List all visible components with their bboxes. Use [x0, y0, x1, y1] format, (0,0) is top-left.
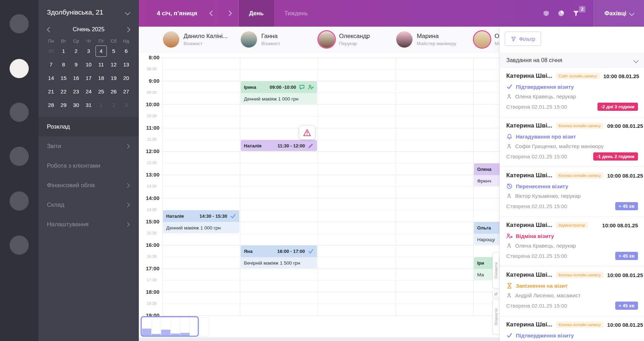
prev-day-button[interactable]	[205, 0, 219, 27]
staff-column-header[interactable]: Данило Каліні...Візажист	[163, 31, 228, 48]
location-selector[interactable]: Здолбунівська, 21	[38, 0, 139, 21]
sidebar-item-5[interactable]: Налаштування	[38, 215, 139, 234]
collapse-edge-tab[interactable]: Згорнути	[492, 299, 499, 335]
minimap-cell[interactable]	[200, 317, 209, 336]
calendar-day[interactable]: 3	[82, 45, 95, 57]
horizontal-scroll-track[interactable]	[139, 337, 500, 341]
rail-avatar[interactable]	[10, 236, 29, 255]
calendar-day[interactable]: 8	[57, 59, 70, 71]
calendar-day[interactable]: 3	[120, 99, 132, 111]
rail-avatar[interactable]	[10, 147, 29, 166]
calendar-month-label: Січень 2025	[73, 26, 105, 33]
calendar-day[interactable]: 14	[45, 72, 57, 84]
calendar-day[interactable]: 7	[45, 59, 57, 71]
appointment[interactable]: Наталія11:30 - 12:00	[241, 140, 317, 151]
minimap-cell[interactable]	[180, 317, 190, 336]
task-card[interactable]: Катерина Шві...Кнопка онлайн-запису10:00…	[500, 316, 644, 341]
minimap-cell[interactable]	[152, 317, 161, 336]
calendar-day[interactable]: 29	[57, 99, 70, 111]
calendar-day[interactable]: 30	[45, 45, 57, 57]
calendar-day[interactable]: 4	[95, 45, 107, 57]
task-card[interactable]: Катерина Шві...Сайт онлайн-запису10:00 0…	[500, 67, 644, 117]
calendar-day[interactable]: 17	[82, 72, 95, 84]
calendar-day[interactable]: 13	[120, 59, 132, 71]
appointment-client: Олена	[477, 167, 491, 172]
staff-column-header[interactable]: ОлМа	[474, 31, 500, 48]
calendar-day[interactable]: 23	[70, 86, 82, 98]
sidebar-item-label: Робота з клієнтами	[47, 162, 100, 169]
task-card[interactable]: Катерина Шві...Кнопка онлайн-запису10:00…	[500, 167, 644, 217]
calendar-day[interactable]: 1	[95, 99, 107, 111]
timeline-minimap[interactable]	[142, 317, 209, 336]
rail-avatar[interactable]	[10, 191, 29, 211]
sidebar-item-4[interactable]: Склад	[38, 195, 139, 215]
calendar-day[interactable]: 12	[107, 59, 120, 71]
calendar-day[interactable]: 28	[45, 99, 57, 111]
minimap-cell[interactable]	[190, 317, 200, 336]
calendar-day[interactable]: 19	[107, 72, 120, 84]
inventory-button[interactable]	[539, 0, 553, 27]
appointment[interactable]: ОленаФренч	[474, 163, 500, 186]
task-card[interactable]: Катерина Шві...Кнопка онлайн-запису10:00…	[500, 266, 644, 316]
tab-week[interactable]: Тиждень	[274, 0, 318, 27]
calendar-day[interactable]: 18	[95, 72, 107, 84]
calendar-day[interactable]: 24	[82, 86, 95, 98]
filter-toggle-button[interactable]	[569, 0, 583, 27]
calendar-day[interactable]: 20	[120, 72, 132, 84]
specialists-dropdown[interactable]: Фахівці	[594, 0, 644, 27]
resize-edge-handle[interactable]	[492, 290, 499, 298]
rail-avatar[interactable]	[10, 14, 29, 33]
filter-button[interactable]: Фільтр	[505, 32, 541, 46]
calendar-day[interactable]: 27	[120, 86, 132, 98]
task-card[interactable]: Катерина Шві...Кнопка онлайн-запису09:00…	[500, 117, 644, 167]
chevron-right-icon	[125, 222, 130, 227]
calendar-day[interactable]: 21	[45, 86, 57, 98]
sidebar-item-3[interactable]: Фінансовий облік	[38, 175, 139, 195]
sidebar-item-1[interactable]: Звіти	[38, 136, 139, 156]
stats-button[interactable]	[554, 0, 568, 27]
calendar-day[interactable]: 22	[57, 86, 70, 98]
calendar-day[interactable]: 11	[95, 59, 107, 71]
calendar-day[interactable]: 6	[120, 45, 132, 57]
next-day-button[interactable]	[222, 0, 236, 27]
calendar-day[interactable]: 1	[57, 45, 70, 57]
calendar-day[interactable]: 25	[95, 86, 107, 98]
task-client-name: Катерина Шві...	[506, 321, 552, 328]
rail-avatar[interactable]	[10, 103, 29, 122]
warning-badge[interactable]	[299, 126, 315, 139]
appointment[interactable]: Ірина09:00 -10:00Денний макіяж 1 000 грн	[241, 81, 317, 104]
task-client-name: Катерина Шві...	[506, 172, 552, 179]
task-card[interactable]: Катерина Шві...Адміністратор10:00 08.01.…	[500, 217, 644, 266]
minimap-cell[interactable]	[161, 317, 171, 336]
calendar-day[interactable]: 30	[70, 99, 82, 111]
calendar-day[interactable]: 2	[107, 99, 120, 111]
tab-day[interactable]: День	[239, 0, 274, 27]
calendar-day[interactable]: 9	[70, 59, 82, 71]
calendar-prev-month-button[interactable]	[47, 27, 53, 32]
staff-column-header[interactable]: МаринаМайстер манікюру	[396, 31, 456, 48]
appointment[interactable]: Наталія14:30 - 15:30Денний макіяж 1 000 …	[163, 210, 239, 233]
calendar-day[interactable]: 31	[82, 99, 95, 111]
refresh-edge-tab[interactable]: Оновити	[492, 252, 499, 288]
minimap-cell[interactable]	[171, 317, 180, 336]
minimap-cell[interactable]	[142, 317, 152, 336]
calendar-day[interactable]: 26	[107, 86, 120, 98]
calendar-next-month-button[interactable]	[125, 27, 131, 32]
staff-column-header[interactable]: ОлександрПерукар	[318, 31, 370, 48]
task-list: Катерина Шві...Сайт онлайн-запису10:00 0…	[500, 67, 644, 341]
sidebar-item-0[interactable]: Розклад	[38, 117, 139, 136]
calendar-day[interactable]: 10	[82, 59, 95, 71]
rail-avatar[interactable]	[10, 59, 29, 78]
staff-column-header[interactable]: ГаннаВізажист	[241, 31, 280, 48]
appointment[interactable]: Яна16:00 - 17:00Вечірній макіяж 1 500 гр…	[241, 245, 317, 268]
calendar-day[interactable]: 15	[57, 72, 70, 84]
calendar-day[interactable]: 2	[70, 45, 82, 57]
calendar-grid[interactable]: 8:0008:309:0009:3010:0010:3011:0011:3012…	[139, 53, 500, 341]
staff-role: Майстер манікюру	[417, 41, 456, 46]
calendar-day[interactable]: 16	[70, 72, 82, 84]
appointment[interactable]: ОльгаНарощу	[474, 222, 500, 245]
tasks-section-header[interactable]: Завдання на 08 січня	[500, 53, 644, 67]
sidebar-item-2[interactable]: Робота з клієнтами	[38, 156, 139, 175]
column-divider	[240, 58, 240, 316]
calendar-day[interactable]: 5	[107, 45, 120, 57]
